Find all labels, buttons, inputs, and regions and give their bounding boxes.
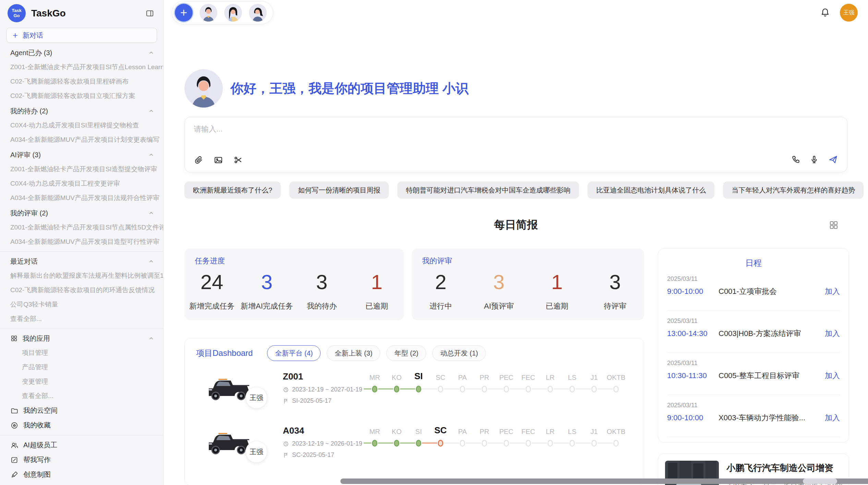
flag-icon <box>283 452 289 458</box>
sidebar-item[interactable]: C0X4-动力总成开发项目工程变更评审 <box>0 176 163 191</box>
sidebar-app-item[interactable]: 变更管理 <box>0 374 163 389</box>
new-chat-button[interactable]: 新对话 <box>6 28 157 43</box>
milestone-label: FEC <box>517 425 539 437</box>
man-avatar <box>200 4 217 22</box>
send-icon <box>828 154 838 165</box>
join-meeting-button[interactable]: 加入 <box>825 286 840 297</box>
sidebar-item[interactable]: A034-全新新能源MUV产品开发项目造型可行性评审 <box>0 235 163 249</box>
sidebar-item-folder[interactable]: 我的云空间 <box>0 403 163 418</box>
milestone-label: PR <box>473 371 495 383</box>
sidebar-section-header[interactable]: AI评审 (3) <box>0 148 163 162</box>
add-conversation-button[interactable] <box>175 4 193 22</box>
sidebar-section-header[interactable]: 最近对话 <box>0 254 163 269</box>
dashboard-tab[interactable]: 年型 (2) <box>386 345 426 361</box>
sidebar-item-users[interactable]: AI超级员工 <box>0 438 163 452</box>
sidebar-section-header[interactable]: Agent已办 (3) <box>0 46 163 60</box>
panel-collapse-icon <box>145 9 154 18</box>
sidebar-item[interactable]: Z001-全新燃油轻卡产品开发项目SI节点属性5D文件评审 <box>0 220 163 235</box>
sidebar-item[interactable]: C02-飞腾新能源轻客改款项目的闭环通告反馈情况 <box>0 283 163 297</box>
sidebar-section-title: Agent已办 (3) <box>10 48 52 58</box>
suggestion-chip[interactable]: 特朗普可能对进口汽车增税会对中国车企造成哪些影响 <box>397 182 579 199</box>
paperclip-button[interactable] <box>194 155 203 166</box>
dashboard-tab[interactable]: 动总开发 (1) <box>432 345 486 361</box>
image-icon <box>214 155 223 165</box>
milestone-label: SC <box>430 371 451 383</box>
chat-input[interactable]: 请输入... <box>184 117 847 172</box>
milestone-dot <box>394 440 399 447</box>
milestone-label: LS <box>561 371 583 383</box>
user-avatar[interactable]: 王强 <box>840 4 858 22</box>
milestone: LS <box>561 371 583 405</box>
daily-brief-title: 每日简报 <box>494 217 538 233</box>
suggestion-chip[interactable]: 当下年轻人对汽车外观有怎样的喜好趋势 <box>723 182 864 199</box>
dashboard-tab[interactable]: 全新平台 (4) <box>267 345 321 361</box>
milestone-label: LR <box>539 371 561 383</box>
right-column: 日程 2025/03/119:00-10:00C001-立项审批会加入2025/… <box>658 248 849 485</box>
join-meeting-button[interactable]: 加入 <box>825 328 840 339</box>
join-meeting-button[interactable]: 加入 <box>825 371 840 381</box>
sidebar-app-item[interactable]: 查看全部... <box>0 389 163 403</box>
sidebar-item[interactable]: 查看全部... <box>0 312 163 326</box>
project-row[interactable]: 王强Z0012023-12-19 ~ 2027-01-19SI-2025-05-… <box>196 371 644 405</box>
scissors-icon <box>233 155 243 165</box>
schedule-item[interactable]: 2025/03/1110:30-11:30C005-整车工程目标评审加入 <box>667 353 840 395</box>
scissors-button[interactable] <box>233 155 243 166</box>
sidebar-item[interactable]: 解释最新出台的欧盟报废车法规再生塑料比例被调至15%... <box>0 269 163 283</box>
greeting-text: 你好，王强，我是你的项目管理助理 小识 <box>230 80 469 97</box>
sidebar-app-item[interactable]: 项目管理 <box>0 346 163 360</box>
sidebar-item[interactable]: C02-飞腾新能源轻客改款项目里程碑画布 <box>0 74 163 89</box>
mic-button[interactable] <box>809 155 819 165</box>
suggestion-chip[interactable]: 欧洲新规最近颁布了什么? <box>184 182 281 199</box>
sidebar-section-title: 我的评审 (2) <box>10 209 48 218</box>
notifications-button[interactable] <box>820 7 830 18</box>
suggestion-chip[interactable]: 如何写一份清晰的项目周报 <box>289 182 389 199</box>
milestone-label: KO <box>386 425 408 437</box>
sidebar-item[interactable]: Z001-全新燃油轻卡产品开发项目SI造型提交物评审 <box>0 162 163 176</box>
schedule-event-title: C003|H0B-方案冻结评审 <box>719 328 825 339</box>
sidebar-section-header[interactable]: 我的待办 (2) <box>0 104 163 118</box>
sidebar-item-write[interactable]: 帮我写作 <box>0 452 163 467</box>
content: 你好，王强，我是你的项目管理助理 小识 请输入... 欧洲新规最近颁布了什么?如… <box>164 69 868 485</box>
milestone-dot <box>526 440 531 447</box>
sidebar-item[interactable]: C02-飞腾新能源轻客改款项目立项汇报方案 <box>0 89 163 103</box>
new-chat-label: 新对话 <box>23 31 43 40</box>
milestone-label: LS <box>561 425 583 437</box>
schedule-item[interactable]: 2025/03/1113:00-14:30C003|H0B-方案冻结评审加入 <box>667 311 840 353</box>
paperclip-icon <box>194 155 203 165</box>
sidebar-item-label: 我的云空间 <box>23 406 58 415</box>
sidebar-item-pen[interactable]: 创意制图 <box>0 467 163 482</box>
horizontal-scrollbar <box>335 478 865 484</box>
dashboard-tab[interactable]: 全新上装 (3) <box>327 345 380 361</box>
sidebar-item[interactable]: C0X4-动力总成开发项目SI里程碑提交物检查 <box>0 118 163 133</box>
sidebar-item[interactable]: A034-全新新能源MUV产品开发项目法规符合性评审 <box>0 191 163 205</box>
join-meeting-button[interactable]: 加入 <box>825 413 840 423</box>
layout-grid-button[interactable] <box>829 220 839 231</box>
phone-button[interactable] <box>791 155 800 165</box>
sidebar-item[interactable]: A034-全新新能源MUV产品开发项目计划变更表编写 <box>0 133 163 147</box>
milestone-label: MR <box>364 425 386 437</box>
send-button[interactable] <box>828 154 838 166</box>
daily-brief-header: 每日简报 <box>184 217 847 233</box>
sidebar-app-item[interactable]: 产品管理 <box>0 360 163 374</box>
stat-label: 已逾期 <box>528 301 586 311</box>
scrollbar-thumb[interactable] <box>340 478 868 484</box>
project-dates: 2023-12-19 ~ 2027-01-19 <box>292 386 362 393</box>
image-button[interactable] <box>214 155 223 166</box>
sidebar-section-header[interactable]: 我的评审 (2) <box>0 206 163 220</box>
sidebar-item[interactable]: 公司Q3轻卡销量 <box>0 297 163 312</box>
input-attachment-icons <box>194 155 243 166</box>
schedule-item[interactable]: 2025/03/119:00-10:00X003-车辆动力学性能验...加入 <box>667 395 840 437</box>
sidebar-item-label: 我的收藏 <box>23 421 51 430</box>
stat-value: 3 <box>239 271 294 294</box>
sidebar-item-label: AI超级员工 <box>23 440 57 450</box>
suggestion-chip[interactable]: 比亚迪全固态电池计划具体说了什么 <box>588 182 714 199</box>
stat-value: 3 <box>294 271 349 294</box>
sidebar-item[interactable]: Z001-全新燃油皮卡产品开发项目SI节点Lesson Learn报告 <box>0 60 163 74</box>
plus-icon <box>12 32 19 39</box>
sidebar-item-badge[interactable]: 我的收藏 <box>0 418 163 433</box>
milestone-dot <box>482 440 487 447</box>
project-row[interactable]: 王强A0342023-12-19 ~ 2026-01-19SC-2025-05-… <box>196 425 644 459</box>
schedule-item[interactable]: 2025/03/119:00-10:00C001-立项审批会加入 <box>667 269 840 311</box>
sidebar-section-header[interactable]: 我的应用 <box>0 331 163 346</box>
app-title: TaskGo <box>31 8 140 19</box>
